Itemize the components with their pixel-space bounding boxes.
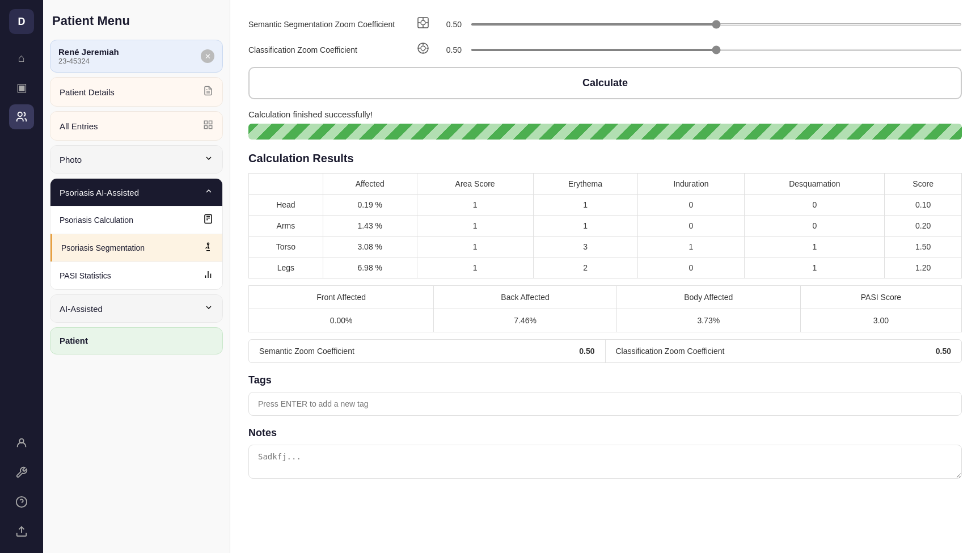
patient-details-label: Patient Details <box>60 87 115 97</box>
psoriasis-seg-icon <box>203 242 213 254</box>
svg-point-26 <box>421 46 425 50</box>
notes-textarea[interactable] <box>248 445 962 479</box>
desquamation-cell: 0 <box>745 216 885 237</box>
col-header-area: Area Score <box>417 174 533 195</box>
patient-name: René Jeremiah <box>58 47 119 57</box>
area-cell: 1 <box>417 257 533 278</box>
results-table: Affected Area Score Erythema Induration … <box>248 173 962 278</box>
ai-section-header[interactable]: AI-Assisted <box>50 295 222 322</box>
col-header-erythema: Erythema <box>533 174 637 195</box>
erythema-cell: 3 <box>533 237 637 257</box>
notes-label: Notes <box>248 427 962 439</box>
desquamation-cell: 0 <box>745 195 885 216</box>
psoriasis-calc-icon <box>203 214 213 226</box>
icon-bar: D ⌂ ▣ <box>0 0 43 553</box>
tags-label: Tags <box>248 374 962 386</box>
erythema-cell: 1 <box>533 195 637 216</box>
app-logo[interactable]: D <box>9 9 34 34</box>
patients-nav-btn[interactable] <box>9 104 34 129</box>
sidebar-patient-details[interactable]: Patient Details <box>50 77 223 107</box>
sidebar-psoriasis-calc[interactable]: Psoriasis Calculation <box>50 206 222 234</box>
results-title: Calculation Results <box>248 152 962 165</box>
psoriasis-seg-label: Psoriasis Segmentation <box>61 243 145 252</box>
sidebar-pasi-stats[interactable]: PASI Statistics <box>50 261 222 289</box>
table-row: Legs 6.98 % 1 2 0 1 1.20 <box>249 257 962 278</box>
svg-rect-10 <box>204 126 207 129</box>
col-header-score: Score <box>885 174 962 195</box>
help-nav-btn[interactable] <box>9 489 34 514</box>
summary-table: Front Affected Back Affected Body Affect… <box>248 285 962 332</box>
psoriasis-section-header[interactable]: Psoriasis AI-Assisted <box>50 179 222 206</box>
induration-cell: 0 <box>637 216 745 237</box>
svg-rect-9 <box>209 126 212 129</box>
main-content: Semantic Segmentation Zoom Coefficient 0… <box>230 0 980 553</box>
area-cell: 1 <box>417 216 533 237</box>
ai-label: AI-Assisted <box>60 304 103 314</box>
tags-input[interactable] <box>248 392 962 416</box>
ai-section: AI-Assisted <box>50 294 223 323</box>
affected-cell: 6.98 % <box>323 257 417 278</box>
affected-cell: 1.43 % <box>323 216 417 237</box>
classification-coeff-value: 0.50 <box>936 347 951 356</box>
photo-chevron-icon <box>204 154 213 165</box>
patient-card[interactable]: René Jeremiah 23-45324 ✕ <box>50 40 223 73</box>
semantic-coeff-value: 0.50 <box>579 347 594 356</box>
region-cell: Torso <box>249 237 323 257</box>
semantic-coeff-label: Semantic Zoom Coefficient <box>259 347 354 356</box>
col-header-desquamation: Desquamation <box>745 174 885 195</box>
sidebar-all-entries[interactable]: All Entries <box>50 111 223 141</box>
table-row: Torso 3.08 % 1 3 1 1 1.50 <box>249 237 962 257</box>
summary-front-val: 0.00% <box>249 309 434 332</box>
score-cell: 0.20 <box>885 216 962 237</box>
all-entries-icon <box>203 120 213 132</box>
calculate-button[interactable]: Calculate <box>248 67 962 99</box>
pasi-stats-icon <box>203 269 213 282</box>
svg-rect-7 <box>204 121 207 124</box>
classification-icon <box>416 41 430 58</box>
svg-point-0 <box>18 112 22 116</box>
svg-point-15 <box>208 243 209 244</box>
region-cell: Legs <box>249 257 323 278</box>
svg-point-21 <box>421 20 425 25</box>
classification-slider-input[interactable] <box>471 49 962 51</box>
col-header-induration: Induration <box>637 174 745 195</box>
person-nav-btn[interactable] <box>9 430 34 455</box>
notes-section: Notes <box>248 427 962 481</box>
export-nav-btn[interactable] <box>9 519 34 544</box>
coeff-row: Semantic Zoom Coefficient 0.50 Classific… <box>248 339 962 363</box>
area-cell: 1 <box>417 195 533 216</box>
classification-slider-value: 0.50 <box>439 45 462 54</box>
classification-slider-label: Classification Zoom Coefficient <box>248 45 407 54</box>
summary-pasi-header: PASI Score <box>800 286 961 309</box>
col-header-affected: Affected <box>323 174 417 195</box>
pasi-stats-label: PASI Statistics <box>60 271 111 280</box>
ai-chevron-icon <box>204 303 213 314</box>
affected-cell: 3.08 % <box>323 237 417 257</box>
sidebar: Patient Menu René Jeremiah 23-45324 ✕ Pa… <box>43 0 230 553</box>
photo-section: Photo <box>50 145 223 174</box>
region-cell: Arms <box>249 216 323 237</box>
semantic-slider-input[interactable] <box>471 23 962 26</box>
desquamation-cell: 1 <box>745 257 885 278</box>
summary-body-val: 3.73% <box>616 309 800 332</box>
psoriasis-calc-label: Psoriasis Calculation <box>60 216 133 225</box>
photo-label: Photo <box>60 155 82 164</box>
patient-id: 23-45324 <box>58 57 119 65</box>
home-nav-btn[interactable]: ⌂ <box>9 45 34 70</box>
semantic-slider-value: 0.50 <box>439 20 462 29</box>
semantic-slider-row: Semantic Segmentation Zoom Coefficient 0… <box>248 16 962 32</box>
progress-bar <box>248 124 962 140</box>
tools-nav-btn[interactable] <box>9 460 34 485</box>
patient-card-close-btn[interactable]: ✕ <box>201 49 214 63</box>
calculator-nav-btn[interactable]: ▣ <box>9 75 34 100</box>
induration-cell: 1 <box>637 237 745 257</box>
photo-section-header[interactable]: Photo <box>50 146 222 173</box>
sidebar-psoriasis-seg[interactable]: Psoriasis Segmentation <box>50 234 222 261</box>
psoriasis-label: Psoriasis AI-Assisted <box>60 188 139 197</box>
affected-cell: 0.19 % <box>323 195 417 216</box>
summary-body-header: Body Affected <box>616 286 800 309</box>
desquamation-cell: 1 <box>745 237 885 257</box>
patient-bottom-card[interactable]: Patient <box>50 327 223 354</box>
all-entries-label: All Entries <box>60 121 98 131</box>
score-cell: 1.20 <box>885 257 962 278</box>
